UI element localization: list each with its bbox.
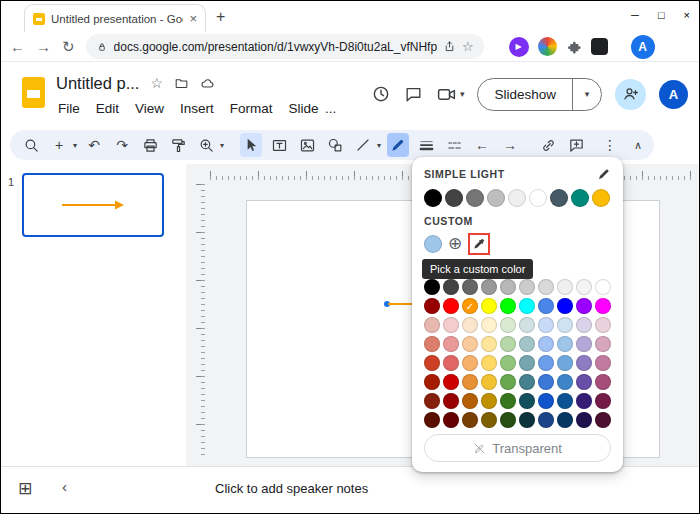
color-swatch[interactable] [550, 189, 568, 207]
palette-swatch[interactable] [443, 279, 459, 295]
color-swatch[interactable] [424, 235, 442, 253]
undo-button[interactable]: ↶ [83, 133, 105, 157]
palette-swatch[interactable] [595, 279, 611, 295]
palette-swatch[interactable] [443, 298, 459, 314]
color-swatch[interactable] [466, 189, 484, 207]
palette-swatch[interactable] [576, 355, 592, 371]
back-button[interactable]: ← [10, 38, 25, 55]
color-swatch[interactable] [571, 189, 589, 207]
color-swatch[interactable] [445, 189, 463, 207]
puzzle-extensions-icon[interactable] [566, 39, 582, 55]
omnibox[interactable]: docs.google.com/presentation/d/1vwxyVh-D… [86, 34, 484, 59]
palette-swatch[interactable] [576, 298, 592, 314]
palette-swatch[interactable] [595, 374, 611, 390]
insert-link-button[interactable] [537, 133, 559, 157]
paint-format-button[interactable] [167, 133, 189, 157]
palette-swatch[interactable] [500, 374, 516, 390]
palette-swatch[interactable] [500, 317, 516, 333]
minimize-button[interactable]: ─ [631, 9, 639, 21]
close-button[interactable]: × [684, 9, 690, 21]
bookmark-star-icon[interactable]: ☆ [462, 40, 474, 53]
palette-swatch[interactable] [443, 336, 459, 352]
palette-swatch[interactable] [538, 298, 554, 314]
color-swatch[interactable] [529, 189, 547, 207]
palette-swatch[interactable] [462, 355, 478, 371]
move-folder-icon[interactable] [174, 76, 189, 91]
palette-swatch[interactable] [595, 298, 611, 314]
palette-swatch[interactable] [443, 317, 459, 333]
palette-swatch[interactable] [500, 393, 516, 409]
palette-swatch[interactable] [576, 374, 592, 390]
forward-button[interactable]: → [36, 38, 51, 55]
share-button[interactable] [615, 79, 646, 110]
palette-swatch[interactable] [424, 374, 440, 390]
palette-swatch[interactable] [462, 279, 478, 295]
line-caret-icon[interactable]: ▾ [377, 141, 381, 150]
document-title[interactable]: Untitled p... [56, 74, 139, 93]
line-color-button[interactable] [387, 133, 409, 157]
search-menus-button[interactable] [20, 133, 42, 157]
maximize-button[interactable]: □ [658, 9, 665, 21]
palette-swatch[interactable] [424, 412, 440, 428]
palette-swatch[interactable] [519, 393, 535, 409]
insert-line-button[interactable] [352, 133, 374, 157]
text-box-button[interactable] [268, 133, 290, 157]
palette-swatch[interactable] [443, 393, 459, 409]
menu-item[interactable]: Format [222, 98, 281, 119]
palette-swatch[interactable] [462, 393, 478, 409]
palette-swatch[interactable] [576, 393, 592, 409]
palette-swatch[interactable] [424, 317, 440, 333]
palette-swatch[interactable] [557, 279, 573, 295]
slides-logo-icon[interactable] [22, 77, 45, 108]
palette-swatch[interactable] [443, 374, 459, 390]
menu-overflow-indicator[interactable]: ... [317, 98, 344, 119]
palette-swatch[interactable] [576, 317, 592, 333]
palette-swatch[interactable] [462, 317, 478, 333]
color-swatch[interactable] [592, 189, 610, 207]
new-tab-button[interactable]: + [216, 8, 225, 26]
add-slide-caret-icon[interactable]: ▾ [73, 141, 77, 150]
color-swatch[interactable] [487, 189, 505, 207]
palette-swatch[interactable] [519, 317, 535, 333]
palette-swatch[interactable] [538, 355, 554, 371]
menu-item[interactable]: Insert [172, 98, 222, 119]
transparent-button[interactable]: Transparent [424, 434, 611, 462]
palette-swatch[interactable] [576, 279, 592, 295]
add-slide-button[interactable]: + [48, 133, 70, 157]
select-tool-button[interactable] [240, 133, 262, 157]
browser-tab[interactable]: Untitled presentation - Google S × [24, 4, 206, 32]
print-button[interactable] [139, 133, 161, 157]
palette-swatch[interactable] [500, 298, 516, 314]
palette-swatch[interactable] [557, 355, 573, 371]
palette-swatch[interactable] [443, 355, 459, 371]
palette-swatch[interactable] [595, 393, 611, 409]
palette-swatch[interactable] [538, 393, 554, 409]
slideshow-options-caret[interactable]: ▾ [572, 79, 601, 110]
meet-button[interactable]: ▾ [436, 84, 465, 105]
collapse-filmstrip-button[interactable]: ‹ [62, 478, 67, 495]
play-extension-icon[interactable]: ▶ [509, 37, 529, 57]
insert-image-button[interactable] [296, 133, 318, 157]
palette-swatch[interactable] [424, 279, 440, 295]
palette-swatch[interactable] [538, 317, 554, 333]
palette-swatch[interactable] [557, 336, 573, 352]
grid-view-button[interactable]: ⊞ [18, 478, 32, 499]
speaker-notes-placeholder[interactable]: Click to add speaker notes [215, 481, 368, 496]
tab-close-icon[interactable]: × [189, 11, 197, 26]
palette-swatch[interactable] [519, 355, 535, 371]
reload-button[interactable]: ↻ [62, 38, 75, 56]
palette-swatch[interactable] [519, 298, 535, 314]
palette-swatch[interactable] [481, 336, 497, 352]
edit-theme-pencil-icon[interactable] [597, 167, 611, 181]
palette-swatch[interactable] [538, 374, 554, 390]
star-document-icon[interactable]: ☆ [150, 76, 163, 90]
palette-swatch[interactable] [462, 374, 478, 390]
palette-swatch[interactable] [481, 317, 497, 333]
palette-swatch[interactable] [481, 279, 497, 295]
comments-button[interactable] [404, 85, 423, 104]
palette-swatch[interactable] [462, 336, 478, 352]
version-history-button[interactable] [371, 84, 391, 104]
line-end-button[interactable]: → [499, 133, 521, 157]
palette-swatch[interactable] [576, 412, 592, 428]
palette-swatch[interactable]: ✓ [462, 298, 478, 314]
